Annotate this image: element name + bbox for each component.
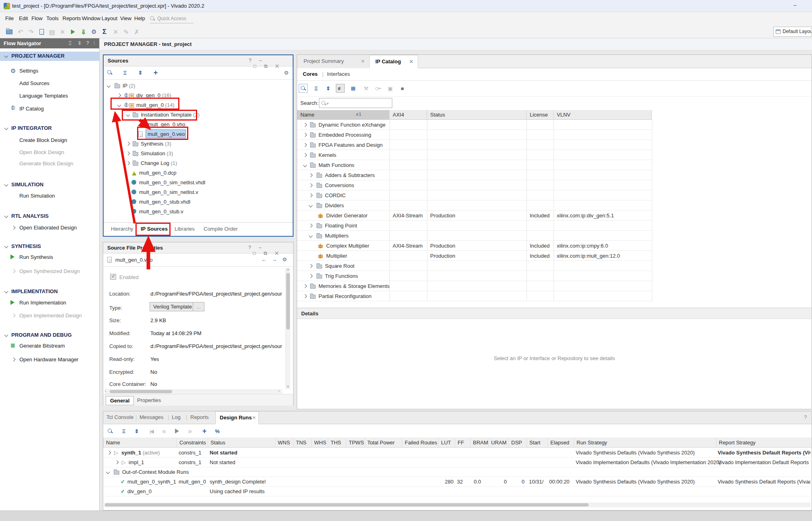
catalog-row[interactable]: Dynamic Function eXchange (297, 120, 652, 130)
catalog-row[interactable]: FPGA Features and Design (297, 140, 652, 150)
sidebar-item-ip-catalog[interactable]: IP Catalog (0, 104, 99, 113)
chevron-down-icon[interactable] (4, 290, 8, 294)
catalog-row[interactable]: Embedded Processing (297, 130, 652, 140)
search-icon[interactable] (106, 427, 115, 436)
sidebar-item-open-hardware-manager[interactable]: Open Hardware Manager (0, 355, 99, 364)
chevron-down-icon[interactable] (309, 234, 313, 238)
sidebar-item-create-block-design[interactable]: Create Block Design (0, 136, 99, 145)
gear-icon[interactable]: ⚙ (282, 256, 287, 263)
chevron-right-icon[interactable] (12, 358, 16, 362)
collapse-all-icon[interactable]: Ξ (312, 84, 321, 93)
cancel-run-button[interactable]: ✕ (111, 27, 120, 36)
tree-item-instantiation-template[interactable]: Instantiation Template (2) (104, 110, 293, 120)
previous-icon[interactable]: « (160, 427, 169, 436)
chevron-right-icon[interactable] (126, 152, 130, 156)
percent-icon[interactable]: % (213, 427, 222, 436)
chevron-down-icon[interactable] (4, 126, 8, 130)
close-icon[interactable]: ✕ (361, 58, 365, 64)
column-header-vlnv[interactable]: VLNV (554, 110, 652, 120)
sidebar-section-program-and-debug[interactable]: PROGRAM AND DEBUG (0, 331, 99, 340)
run-row-div-gen[interactable]: ✓ div_gen_0 Using cached IP results (103, 487, 812, 496)
tree-item-mult-gen-0[interactable]: mult_gen_0 (14) (104, 100, 293, 110)
catalog-row-complex-multiplier[interactable]: Complex Multiplier AXI4-Stream Productio… (297, 241, 652, 251)
subtab-interfaces[interactable]: Interfaces (327, 71, 350, 77)
catalog-row[interactable]: Adders & Subtracters (297, 170, 652, 180)
sidebar-item-run-synthesis[interactable]: Run Synthesis (0, 253, 99, 262)
collapse-all-icon[interactable]: Ξ (69, 40, 72, 46)
chevron-right-icon[interactable] (309, 173, 313, 177)
forward-arrow-icon[interactable]: → (272, 256, 277, 263)
menu-file[interactable]: File (5, 15, 14, 21)
tree-item-sim-netlist-vhdl[interactable]: mult_gen_0_sim_netlist.vhdl (104, 178, 293, 188)
catalog-row[interactable]: Partial Reconfiguration (297, 291, 652, 301)
catalog-row-multipliers[interactable]: Multipliers (297, 231, 652, 241)
column-header-name[interactable]: Name ∧1 (297, 110, 389, 120)
abort-button[interactable]: ✗ (132, 27, 141, 36)
catalog-row[interactable]: Square Root (297, 261, 652, 271)
tree-item-stub-vhdl[interactable]: mult_gen_0_stub.vhdl (104, 197, 293, 207)
panel-window-controls[interactable]: ? – □ ⧉ ✕ (249, 58, 293, 69)
catalog-row-divider-generator[interactable]: Divider Generator AXI4-Stream Production… (297, 210, 652, 221)
menu-reports[interactable]: Reports (62, 15, 81, 21)
type-more-button[interactable]: ... (193, 302, 204, 311)
sidebar-item-language-templates[interactable]: Language Templates (0, 92, 99, 100)
chevron-down-icon[interactable] (309, 204, 313, 208)
chevron-right-icon[interactable] (309, 224, 313, 228)
edit-button[interactable]: ✎ (122, 27, 131, 36)
more-options-icon[interactable]: ⫶ (94, 40, 95, 46)
chevron-right-icon[interactable] (309, 194, 313, 198)
menu-flow[interactable]: Flow (31, 15, 42, 21)
expand-all-icon[interactable]: ⇕ (132, 427, 141, 436)
add-sources-button[interactable]: + (151, 68, 160, 77)
menu-edit[interactable]: Edit (19, 15, 28, 21)
sidebar-item-open-elaborated-design[interactable]: Open Elaborated Design (0, 223, 99, 232)
chevron-right-icon[interactable] (126, 142, 130, 146)
expand-all-icon[interactable]: ⇕ (324, 84, 333, 93)
tree-item-ip[interactable]: IP (2) (104, 81, 293, 91)
run-row-synth-1[interactable]: ▷ synth_1 (active) constrs_1 Not started… (103, 448, 812, 458)
tab-properties[interactable]: Properties (133, 396, 165, 404)
chevron-right-icon[interactable] (303, 294, 307, 298)
quick-access-search[interactable]: Quick Access (150, 15, 194, 23)
tree-item-sim-netlist-v[interactable]: mult_gen_0_sim_netlist.v (104, 188, 293, 197)
chevron-right-icon[interactable] (303, 123, 307, 127)
catalog-row[interactable]: Kernels (297, 150, 652, 160)
sidebar-item-run-implementation[interactable]: Run Implementation (0, 298, 99, 307)
chevron-right-icon[interactable] (303, 153, 307, 157)
chevron-right-icon[interactable] (12, 226, 16, 230)
gear-icon[interactable]: ⚙ (282, 68, 291, 77)
run-row-impl-1[interactable]: ▷ impl_1 constrs_1 Not started Vivado Im… (103, 458, 812, 467)
chevron-right-icon[interactable] (309, 183, 313, 188)
copy-button[interactable]: ▤ (48, 27, 56, 36)
sidebar-section-synthesis[interactable]: SYNTHESIS (0, 242, 99, 251)
next-icon[interactable]: » (185, 427, 194, 436)
hierarchy-view-icon[interactable]: ⊞ (349, 84, 358, 93)
tree-item-div-gen-0[interactable]: div_gen_0 (16) (104, 91, 293, 100)
chevron-right-icon[interactable] (303, 133, 307, 137)
tree-item-mult-gen-0-vho[interactable]: mult_gen_0.vho (104, 120, 293, 129)
menu-tools[interactable]: Tools (46, 15, 58, 21)
catalog-row-multiplier[interactable]: Multiplier Production Included xilinx.co… (297, 251, 652, 261)
sidebar-item-open-synthesized-design[interactable]: Open Synthesized Design (0, 267, 99, 276)
first-run-icon[interactable]: |◀ (147, 427, 156, 436)
tab-compile-order[interactable]: Compile Order (204, 226, 238, 232)
stop-icon[interactable]: ■ (398, 84, 407, 93)
chevron-right-icon[interactable] (12, 269, 16, 273)
tab-log[interactable]: Log (172, 414, 181, 420)
tab-project-summary[interactable]: Project Summary ✕ (297, 55, 370, 68)
chevron-right-icon[interactable] (303, 284, 307, 288)
sidebar-item-open-block-design[interactable]: Open Block Design (0, 148, 99, 157)
horizontal-scrollbar[interactable]: ‹ › (105, 389, 282, 394)
type-dropdown[interactable]: Verilog Template (150, 302, 196, 311)
sidebar-item-run-simulation[interactable]: Run Simulation (0, 192, 99, 200)
help-icon[interactable]: ? (804, 414, 807, 420)
menu-window[interactable]: Window (82, 15, 100, 21)
back-arrow-icon[interactable]: ← (261, 256, 267, 263)
sidebar-item-generate-bitstream[interactable]: ▦Generate Bitstream (0, 342, 99, 350)
chip-icon[interactable]: ▣ (386, 84, 395, 93)
tab-ip-sources[interactable]: IP Sources (141, 226, 168, 232)
column-header-axi4[interactable]: AXI4 (389, 110, 427, 120)
redo-button[interactable]: ↷ (27, 27, 35, 36)
sidebar-item-open-implemented-design[interactable]: Open Implemented Design (0, 311, 99, 320)
sidebar-section-simulation[interactable]: SIMULATION (0, 180, 99, 190)
